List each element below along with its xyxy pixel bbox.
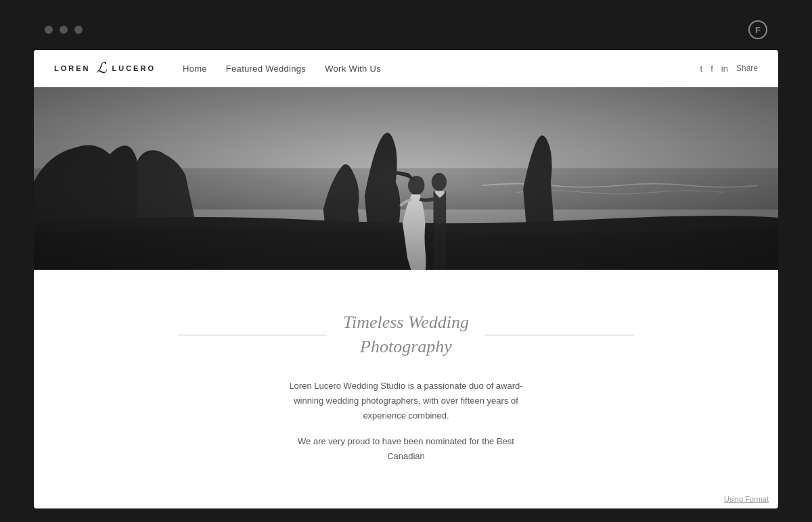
logo-monogram: ℒ xyxy=(96,60,107,77)
browser-chrome: F xyxy=(34,14,778,50)
nav-link-home[interactable]: Home xyxy=(183,64,207,74)
navigation: LOREN ℒ LUCERO Home Featured Weddings Wo… xyxy=(34,50,778,87)
browser-dot-1 xyxy=(45,26,53,34)
section-title: Timeless Wedding Photography xyxy=(343,310,469,360)
nav-item-home[interactable]: Home xyxy=(183,62,207,74)
logo-left-text: LOREN xyxy=(54,64,91,72)
browser-dot-2 xyxy=(60,26,68,34)
section-title-row: Timeless Wedding Photography xyxy=(54,310,758,360)
nav-item-featured-weddings[interactable]: Featured Weddings xyxy=(226,62,306,74)
nav-link-featured-weddings[interactable]: Featured Weddings xyxy=(226,64,306,74)
twitter-icon[interactable]: t xyxy=(700,64,703,74)
content-section: Timeless Wedding Photography Loren Lucer… xyxy=(34,270,778,491)
browser-dots xyxy=(45,26,83,34)
browser-dot-3 xyxy=(74,26,83,34)
nav-item-work-with-us[interactable]: Work With Us xyxy=(325,62,381,74)
hero-image xyxy=(34,87,778,270)
share-link[interactable]: Share xyxy=(736,64,758,73)
linkedin-icon[interactable]: in xyxy=(721,64,728,74)
section-description-2: We are very proud to have been nominated… xyxy=(284,434,528,464)
format-badge: F xyxy=(748,20,767,39)
using-format-link[interactable]: Using Format xyxy=(34,491,778,508)
logo: LOREN ℒ LUCERO xyxy=(54,60,156,77)
browser-content: LOREN ℒ LUCERO Home Featured Weddings Wo… xyxy=(34,50,778,508)
title-line-right xyxy=(485,335,634,335)
logo-right-text: LUCERO xyxy=(112,64,156,72)
svg-rect-10 xyxy=(34,87,778,270)
hero-section xyxy=(34,87,778,270)
facebook-icon[interactable]: f xyxy=(710,64,713,74)
nav-link-work-with-us[interactable]: Work With Us xyxy=(325,64,381,74)
nav-right: t f in Share xyxy=(700,64,758,74)
section-description-1: Loren Lucero Wedding Studio is a passion… xyxy=(284,379,528,423)
title-line-left xyxy=(178,335,327,335)
nav-links: Home Featured Weddings Work With Us xyxy=(183,62,381,74)
browser-frame: F LOREN ℒ LUCERO Home Featured Weddings … xyxy=(20,0,792,522)
